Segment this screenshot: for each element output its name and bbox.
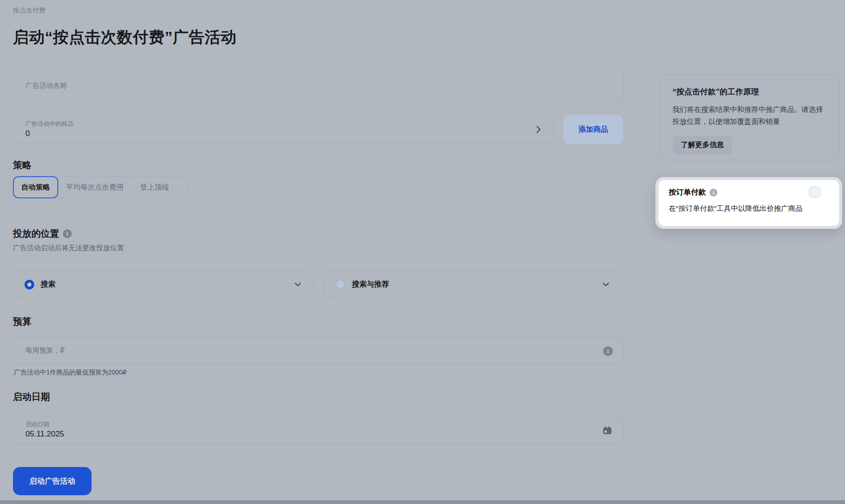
page-title: 启动“按点击次数付费”广告活动 (13, 27, 237, 48)
launch-date-value: 05.11.2025 (25, 430, 611, 439)
campaign-name-placeholder: 广告活动名称 (25, 81, 67, 90)
learn-more-button[interactable]: 了解更多信息 (672, 135, 732, 154)
chevron-down-icon (601, 280, 611, 289)
chevron-right-icon (533, 124, 543, 135)
launch-date-label: 启动日期 (25, 421, 611, 428)
products-count: 0 (25, 129, 542, 138)
placement-note: 广告活动启动后将无法更改投放位置 (13, 244, 124, 252)
calendar-icon[interactable] (602, 425, 613, 436)
placement-info-icon[interactable]: i (63, 229, 72, 238)
chevron-down-icon (293, 280, 302, 289)
how-it-works-body: 我们将在搜索结果中和推荐中推广商品。请选择投放位置，以便增加覆盖面和销量 (672, 104, 826, 128)
campaign-name-input[interactable]: 广告活动名称 (13, 69, 623, 102)
budget-info-icon[interactable]: i (603, 346, 613, 356)
strategy-heading: 策略 (13, 159, 31, 172)
launch-date-heading: 启动日期 (13, 391, 50, 403)
strategy-option-avg-cpc[interactable]: 平均每次点击费用 (58, 177, 132, 198)
how-it-works-title: “按点击付款”的工作原理 (672, 86, 826, 97)
bottom-scrollbar (0, 500, 845, 504)
spotlight-highlight: 按订单付款 i 在“按订单付款”工具中以降低出价推广商品 (655, 177, 842, 229)
pay-per-order-body: 在“按订单付款”工具中以降低出价推广商品 (669, 204, 829, 214)
how-it-works-card: “按点击付款”的工作原理 我们将在搜索结果中和推荐中推广商品。请选择投放位置，以… (659, 74, 839, 160)
radio-selected-icon[interactable] (25, 280, 34, 289)
strategy-segmented-control: 自动策略 平均每次点击费用 登上顶端 (13, 176, 189, 198)
placement-search-reco-label: 搜索与推荐 (352, 280, 595, 289)
add-products-button[interactable]: 添加商品 (563, 115, 623, 144)
budget-heading: 预算 (13, 315, 31, 328)
pay-per-order-card: 按订单付款 i 在“按订单付款”工具中以降低出价推广商品 (658, 180, 839, 226)
pay-per-order-title: 按订单付款 (669, 188, 706, 197)
placement-dropdown-search-reco[interactable]: 搜索与推荐 (324, 271, 622, 298)
strategy-option-auto[interactable]: 自动策略 (13, 176, 58, 198)
placement-search-label: 搜索 (41, 280, 287, 289)
launch-campaign-button[interactable]: 启动广告活动 (13, 467, 92, 495)
pay-per-order-info-icon[interactable]: i (709, 189, 717, 197)
placement-heading-row: 投放的位置 i (13, 227, 72, 240)
radio-unselected-icon[interactable] (335, 279, 345, 289)
products-field[interactable]: 广告活动中的商品 0 (13, 115, 554, 144)
placement-dropdown-search[interactable]: 搜索 (13, 271, 314, 298)
breadcrumb[interactable]: 按点击付费 (13, 6, 45, 15)
budget-helper-text: 广告活动中1件商品的最低预算为2000₽ (14, 369, 127, 377)
campaign-setup-page: 按点击付费 启动“按点击次数付费”广告活动 广告活动名称 广告活动中的商品 0 … (0, 0, 845, 504)
products-label: 广告活动中的商品 (25, 120, 542, 128)
budget-input[interactable]: 每周预算，₽ i (13, 337, 623, 364)
placement-heading: 投放的位置 (13, 227, 59, 240)
pay-per-order-checkbox[interactable] (809, 186, 820, 198)
budget-placeholder: 每周预算，₽ (25, 346, 65, 355)
pay-per-order-title-row: 按订单付款 i (669, 188, 829, 197)
strategy-option-top[interactable]: 登上顶端 (132, 177, 177, 198)
launch-date-field[interactable]: 启动日期 05.11.2025 (13, 416, 623, 444)
